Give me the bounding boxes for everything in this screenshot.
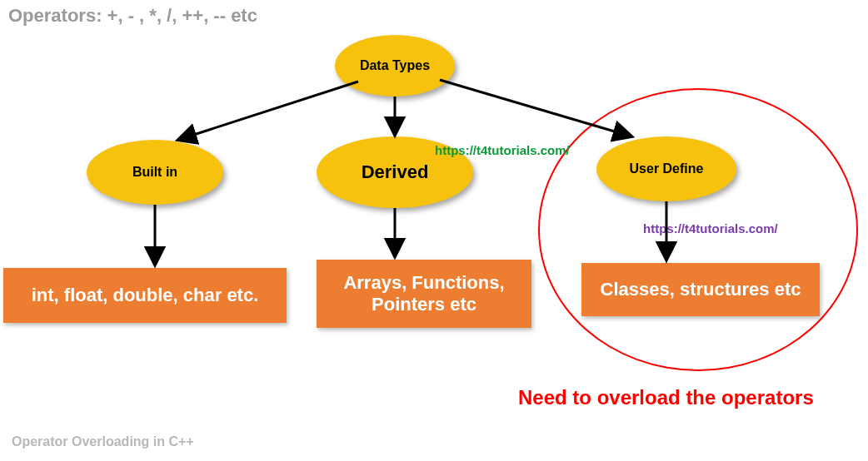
operators-heading: Operators: +, - , *, /, ++, -- etc <box>8 5 257 27</box>
node-data-types: Data Types <box>335 35 455 97</box>
watermark-link-green: https://t4tutorials.com/ <box>435 143 570 157</box>
callout-text: Need to overload the operators <box>518 386 814 409</box>
watermark-link-purple: https://t4tutorials.com/ <box>643 221 778 235</box>
svg-line-0 <box>178 82 358 140</box>
box-derived-examples: Arrays, Functions, Pointers etc <box>317 260 531 328</box>
box-built-in-examples: int, float, double, char etc. <box>3 268 287 323</box>
box-user-define-examples: Classes, structures etc <box>581 263 820 316</box>
footer-caption: Operator Overloading in C++ <box>12 434 194 449</box>
node-built-in: Built in <box>87 140 223 205</box>
svg-line-2 <box>440 80 631 136</box>
node-user-define: User Define <box>596 136 736 201</box>
